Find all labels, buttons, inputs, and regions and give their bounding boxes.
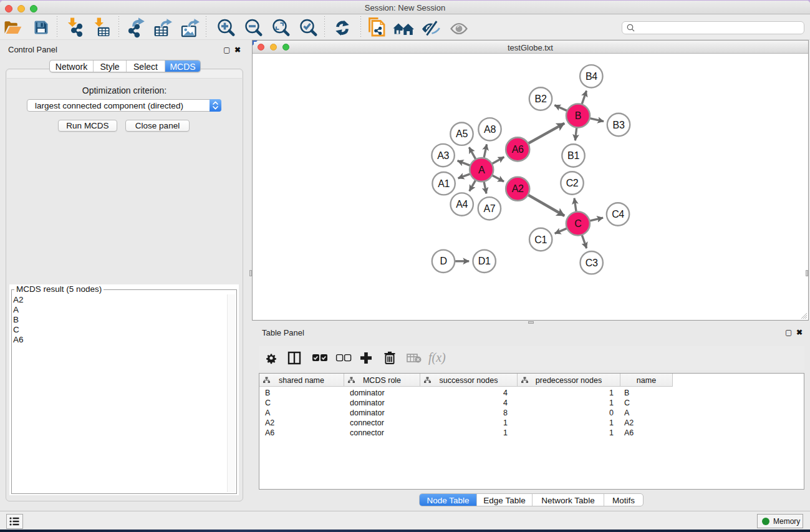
- svg-text:C3: C3: [586, 258, 598, 268]
- svg-text:B: B: [575, 110, 581, 121]
- svg-text:B1: B1: [567, 150, 579, 161]
- svg-text:C2: C2: [566, 178, 579, 188]
- svg-text:A: A: [478, 165, 485, 175]
- svg-text:B4: B4: [586, 71, 597, 82]
- svg-text:A1: A1: [438, 178, 450, 189]
- svg-text:B3: B3: [613, 120, 625, 130]
- svg-text:C1: C1: [534, 235, 547, 245]
- svg-text:A6: A6: [512, 144, 524, 155]
- svg-text:A7: A7: [484, 203, 496, 214]
- svg-text:A8: A8: [484, 124, 496, 135]
- svg-text:A5: A5: [456, 128, 468, 139]
- svg-text:D1: D1: [478, 256, 491, 266]
- svg-text:B2: B2: [535, 94, 547, 104]
- svg-text:C4: C4: [612, 209, 624, 220]
- svg-text:A3: A3: [437, 150, 449, 161]
- svg-text:C: C: [574, 218, 581, 229]
- svg-text:A2: A2: [512, 183, 524, 194]
- svg-text:A4: A4: [456, 199, 468, 210]
- svg-text:D: D: [440, 256, 446, 266]
